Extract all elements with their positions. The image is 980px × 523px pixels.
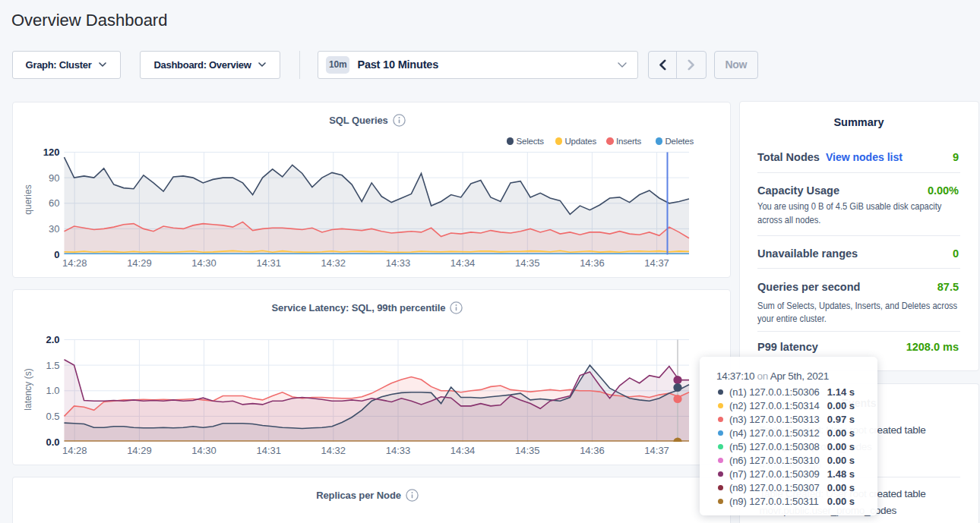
svg-text:2.0: 2.0: [46, 334, 59, 345]
svg-text:1.0: 1.0: [46, 385, 59, 396]
svg-text:14:32: 14:32: [321, 257, 346, 268]
svg-text:0.5: 0.5: [46, 410, 59, 421]
svg-text:90: 90: [49, 172, 59, 183]
svg-text:14:29: 14:29: [127, 444, 152, 455]
svg-text:1.5: 1.5: [46, 359, 59, 370]
svg-text:14:32: 14:32: [321, 444, 346, 455]
svg-text:14:30: 14:30: [191, 444, 217, 455]
svg-text:0.0: 0.0: [46, 436, 59, 447]
svg-text:14:35: 14:35: [515, 444, 540, 455]
svg-text:14:30: 14:30: [191, 257, 217, 268]
svg-text:14:35: 14:35: [515, 257, 540, 268]
svg-text:14:34: 14:34: [450, 444, 475, 455]
svg-text:14:31: 14:31: [256, 257, 281, 268]
svg-text:14:28: 14:28: [62, 257, 87, 268]
svg-text:14:33: 14:33: [385, 257, 410, 268]
svg-text:60: 60: [49, 197, 59, 209]
svg-text:14:37: 14:37: [644, 257, 669, 268]
svg-text:14:33: 14:33: [385, 444, 410, 455]
svg-text:30: 30: [49, 222, 59, 234]
svg-text:120: 120: [43, 147, 59, 158]
svg-text:14:34: 14:34: [450, 257, 475, 268]
svg-text:0: 0: [54, 248, 59, 260]
svg-text:14:36: 14:36: [580, 444, 605, 455]
svg-text:14:28: 14:28: [62, 444, 87, 455]
svg-text:14:36: 14:36: [580, 257, 605, 268]
svg-text:14:29: 14:29: [127, 257, 152, 268]
svg-text:14:37: 14:37: [644, 444, 669, 455]
svg-text:14:31: 14:31: [256, 444, 281, 455]
